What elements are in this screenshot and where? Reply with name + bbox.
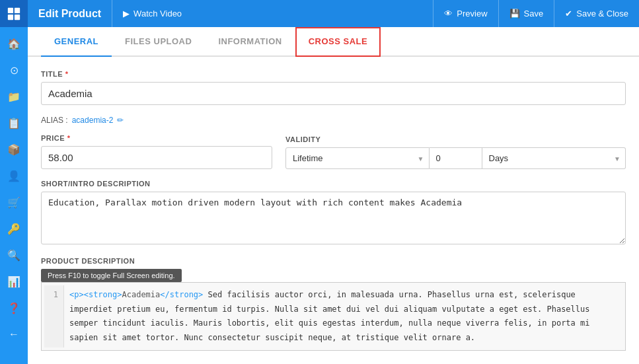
alias-edit-icon[interactable]: ✏ (117, 116, 124, 125)
title-label: TITLE * (41, 70, 626, 78)
check-icon: ✔ (565, 9, 572, 18)
header-actions: 👁 Preview 💾 Save ✔ Save & Close (433, 0, 639, 27)
product-desc-field-group: PRODUCT DESCRIPTION Press F10 to toggle … (41, 257, 626, 351)
code-content[interactable]: <p><strong>Academia</strong> Sed facilis… (64, 285, 622, 347)
save-icon: 💾 (509, 9, 520, 18)
sidebar-icon-search[interactable]: 🔍 (1, 242, 26, 268)
price-input[interactable] (41, 146, 272, 169)
tab-bar: GENERAL FILES UPLOAD INFORMATION CROSS S… (28, 27, 639, 57)
logo[interactable] (0, 0, 28, 27)
preview-button[interactable]: 👁 Preview (433, 0, 498, 27)
validity-unit-select[interactable]: Days Months Years (482, 147, 626, 169)
tab-files-upload[interactable]: FILES UPLOAD (112, 27, 205, 57)
sidebar-icon-box[interactable]: 📦 (1, 137, 26, 162)
tab-information[interactable]: INFORMATION (205, 27, 295, 57)
title-required: * (65, 70, 69, 78)
tab-cross-sale[interactable]: CROSS SALE (295, 27, 381, 57)
short-desc-label: SHORT/INTRO DESCRIPTION (41, 180, 626, 188)
sidebar-icon-circle[interactable]: ⊙ (1, 57, 26, 83)
sidebar-icon-copy[interactable]: 📋 (1, 110, 26, 135)
title-input[interactable] (41, 82, 626, 105)
video-icon: ▶ (123, 9, 130, 18)
price-label: PRICE * (41, 134, 272, 142)
save-button[interactable]: 💾 Save (498, 0, 554, 27)
price-required: * (67, 134, 71, 142)
validity-number-input[interactable] (430, 147, 482, 169)
validity-type-select[interactable]: Lifetime Days Months (285, 147, 430, 169)
main-layout: 🏠 ⊙ 📁 📋 📦 👤 🛒 🔑 🔍 📊 ❓ ← GENERAL FILES UP… (0, 27, 639, 364)
alias-link[interactable]: academia-2 (72, 116, 114, 125)
page-title: Edit Product (28, 0, 112, 27)
alias-row: ALIAS : academia-2 ✏ (41, 116, 626, 125)
sidebar-icon-chart[interactable]: 📊 (1, 269, 26, 294)
validity-unit-select-wrap: Days Months Years ▼ (482, 147, 626, 169)
price-field-group: PRICE * (41, 134, 272, 169)
validity-field-group: VALIDITY Lifetime Days Months ▼ (285, 134, 626, 169)
svg-rect-1 (15, 7, 20, 13)
save-close-button[interactable]: ✔ Save & Close (554, 0, 639, 27)
content-area: GENERAL FILES UPLOAD INFORMATION CROSS S… (28, 27, 639, 364)
watch-video-button[interactable]: ▶ Watch Video (112, 0, 192, 27)
sidebar: 🏠 ⊙ 📁 📋 📦 👤 🛒 🔑 🔍 📊 ❓ ← (0, 27, 28, 364)
svg-rect-3 (15, 14, 20, 19)
eye-icon: 👁 (444, 9, 453, 18)
sidebar-icon-question[interactable]: ❓ (1, 295, 26, 320)
header: Edit Product ▶ Watch Video 👁 Preview 💾 S… (0, 0, 639, 27)
sidebar-icon-home[interactable]: 🏠 (1, 31, 26, 56)
validity-controls: Lifetime Days Months ▼ Days Month (285, 147, 626, 169)
sidebar-icon-cart[interactable]: 🛒 (1, 190, 26, 215)
short-desc-field-group: SHORT/INTRO DESCRIPTION Education, Paral… (41, 180, 626, 246)
short-desc-input[interactable]: Education, Parallax motion driven modern… (41, 192, 626, 244)
f10-hint: Press F10 to toggle Full Screen editing. (41, 269, 182, 282)
alias-prefix: ALIAS : (41, 116, 68, 125)
sidebar-icon-user[interactable]: 👤 (1, 163, 26, 188)
sidebar-icon-key[interactable]: 🔑 (1, 216, 26, 241)
form-area: TITLE * ALIAS : academia-2 ✏ PRICE * (28, 57, 639, 364)
price-validity-row: PRICE * VALIDITY Lifetime Da (41, 134, 626, 169)
title-field-group: TITLE * (41, 70, 626, 105)
validity-type-select-wrap: Lifetime Days Months ▼ (285, 147, 430, 169)
tab-general[interactable]: GENERAL (41, 27, 112, 57)
product-desc-label: PRODUCT DESCRIPTION (41, 257, 626, 265)
code-editor[interactable]: 1 <p><strong>Academia</strong> Sed facil… (41, 282, 626, 351)
validity-label: VALIDITY (285, 135, 626, 143)
line-numbers: 1 (44, 285, 64, 347)
svg-rect-0 (8, 7, 13, 13)
sidebar-icon-back[interactable]: ← (1, 322, 26, 347)
sidebar-icon-folder[interactable]: 📁 (1, 84, 26, 109)
svg-rect-2 (8, 14, 13, 19)
